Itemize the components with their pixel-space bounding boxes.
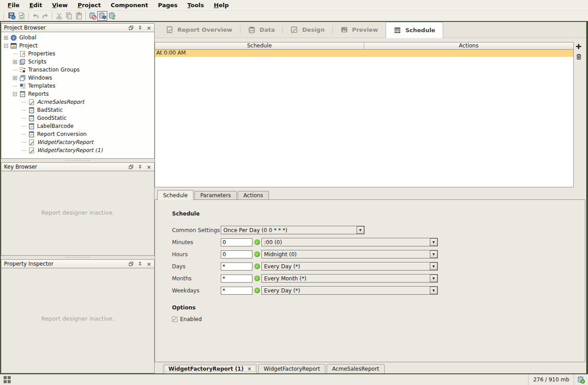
- delete-schedule-button[interactable]: [575, 53, 582, 60]
- tree-item-windows[interactable]: +Windows: [3, 74, 154, 82]
- open-report-tab-widgetfactoryreport[interactable]: WidgetFactoryReport: [258, 364, 325, 373]
- expand-icon[interactable]: +: [13, 60, 17, 64]
- cut-button[interactable]: [54, 11, 64, 21]
- paste-button[interactable]: [74, 11, 84, 21]
- menu-tools[interactable]: Tools: [182, 2, 209, 8]
- hours-input[interactable]: [221, 250, 252, 258]
- grid-icon[interactable]: [4, 376, 11, 383]
- selected-value: Midnight (0): [262, 251, 430, 258]
- update-project-button[interactable]: [17, 11, 26, 21]
- tree-connector: [22, 134, 26, 135]
- menu-edit[interactable]: Edit: [25, 2, 47, 8]
- float-icon[interactable]: [129, 25, 134, 30]
- close-icon[interactable]: ×: [147, 25, 151, 30]
- common-settings-select[interactable]: Once Per Day (0 0 * * *) ▼: [221, 226, 365, 234]
- menu-help[interactable]: Help: [209, 2, 234, 8]
- days-select[interactable]: Every Day (*)▼: [261, 262, 438, 271]
- open-report-tab-widgetfactoryreport-1[interactable]: WidgetFactoryReport (1)×: [163, 364, 257, 373]
- project-icon: [10, 42, 17, 49]
- splitter-handle[interactable]: [1, 256, 155, 259]
- tree-item-label: AcmeSalesReport: [37, 99, 84, 105]
- tree-item-widgetfactoryreport-1[interactable]: WidgetFactoryReport (1): [3, 146, 154, 154]
- menu-file[interactable]: File: [3, 2, 25, 8]
- tree-item-acmesalesreport[interactable]: AcmeSalesReport: [3, 98, 154, 106]
- menu-project[interactable]: Project: [73, 2, 106, 8]
- tab-design[interactable]: Design: [283, 22, 332, 38]
- float-icon[interactable]: [129, 262, 134, 267]
- open-report-tabs: WidgetFactoryReport (1)×WidgetFactoryRep…: [155, 362, 586, 373]
- tree-item-project[interactable]: −Project: [3, 42, 154, 50]
- detail-tab-actions[interactable]: Actions: [238, 191, 269, 199]
- minutes-select[interactable]: :00 (0)▼: [261, 238, 438, 246]
- add-schedule-button[interactable]: [575, 43, 582, 50]
- panel-title: Property Inspector: [4, 261, 129, 267]
- tree-item-report-conversion[interactable]: Report Conversion: [3, 130, 154, 138]
- collapse-icon[interactable]: −: [4, 44, 8, 48]
- close-tab-icon[interactable]: ×: [247, 366, 252, 372]
- tree-item-reports[interactable]: −Reports: [3, 90, 154, 98]
- status-bar: 276 / 910 mb: [0, 373, 588, 385]
- tree-connector: [22, 102, 26, 102]
- menu-component[interactable]: Component: [106, 2, 153, 8]
- tree-item-goodstatic[interactable]: GoodStatic: [3, 114, 154, 122]
- expand-icon[interactable]: +: [4, 36, 8, 40]
- tree-item-transaction-groups[interactable]: Transaction Groups: [3, 66, 154, 74]
- chevron-down-icon: ▼: [430, 275, 437, 282]
- hours-select[interactable]: Midnight (0)▼: [261, 250, 438, 258]
- days-input[interactable]: [221, 262, 252, 271]
- tab-schedule[interactable]: Schedule: [386, 22, 443, 38]
- months-input[interactable]: [221, 275, 252, 283]
- toolbar-grip[interactable]: [2, 12, 5, 20]
- splitter-handle[interactable]: [1, 159, 155, 162]
- column-header-schedule[interactable]: Schedule: [155, 42, 364, 49]
- undo-button[interactable]: [30, 11, 40, 21]
- report-doc-icon: [28, 107, 35, 114]
- open-report-tab-acmesalesreport[interactable]: AcmeSalesReport: [327, 364, 384, 373]
- pin-icon[interactable]: [138, 25, 143, 30]
- schedule-table-row[interactable]: At 0:00 AM: [155, 50, 573, 57]
- pin-icon[interactable]: [138, 262, 143, 267]
- db-reset-button[interactable]: [88, 11, 97, 21]
- close-icon[interactable]: ×: [147, 165, 151, 169]
- tab-data[interactable]: Data: [240, 22, 283, 38]
- tab-report-overview[interactable]: Report Overview: [158, 22, 240, 38]
- tree-item-scripts[interactable]: +Scripts: [3, 58, 154, 66]
- valid-check-icon: ✓: [254, 239, 260, 245]
- db-sync-button[interactable]: [107, 11, 117, 21]
- tab-preview[interactable]: Preview: [333, 22, 386, 38]
- weekdays-select[interactable]: Every Day (*)▼: [261, 286, 438, 295]
- menu-view[interactable]: View: [47, 2, 73, 8]
- enabled-checkbox[interactable]: ✓: [172, 317, 177, 322]
- tree-item-global[interactable]: +Global: [3, 34, 154, 42]
- tree-item-badstatic[interactable]: BadStatic: [3, 106, 154, 114]
- tab-label: Data: [260, 26, 275, 33]
- memory-indicator[interactable]: 276 / 910 mb: [528, 374, 574, 385]
- column-header-actions[interactable]: Actions: [364, 42, 573, 49]
- copy-button[interactable]: [64, 11, 74, 21]
- days-row: Days✓Every Day (*)▼: [172, 262, 585, 271]
- gateway-connection-icon[interactable]: [574, 374, 587, 385]
- db-download-button[interactable]: [97, 11, 107, 21]
- panel-title: Project Browser: [4, 25, 129, 31]
- months-select[interactable]: Every Month (*)▼: [261, 274, 438, 283]
- pin-icon[interactable]: [138, 165, 143, 169]
- menu-pages[interactable]: Pages: [153, 2, 183, 8]
- tree-item-labelbarcode[interactable]: LabelBarcode: [3, 122, 154, 130]
- weekdays-label: Weekdays: [172, 288, 221, 294]
- tree-item-properties[interactable]: Properties: [3, 50, 154, 58]
- weekdays-input[interactable]: [221, 287, 252, 295]
- tree-item-templates[interactable]: Templates: [3, 82, 154, 90]
- report-tab-label: AcmeSalesReport: [332, 366, 379, 372]
- tree-item-widgetfactoryreport[interactable]: WidgetFactoryReport: [3, 138, 154, 146]
- redo-button[interactable]: [40, 11, 50, 21]
- detail-tab-schedule[interactable]: Schedule: [157, 190, 193, 200]
- collapse-icon[interactable]: −: [13, 92, 17, 96]
- minutes-input[interactable]: [221, 238, 252, 246]
- detail-tab-parameters[interactable]: Parameters: [194, 191, 237, 199]
- close-icon[interactable]: ×: [147, 262, 151, 267]
- report-tab-label: WidgetFactoryReport: [264, 366, 320, 372]
- expand-icon[interactable]: +: [13, 76, 17, 80]
- save-button[interactable]: [7, 11, 17, 21]
- float-icon[interactable]: [129, 165, 134, 169]
- reports-icon: [19, 91, 26, 97]
